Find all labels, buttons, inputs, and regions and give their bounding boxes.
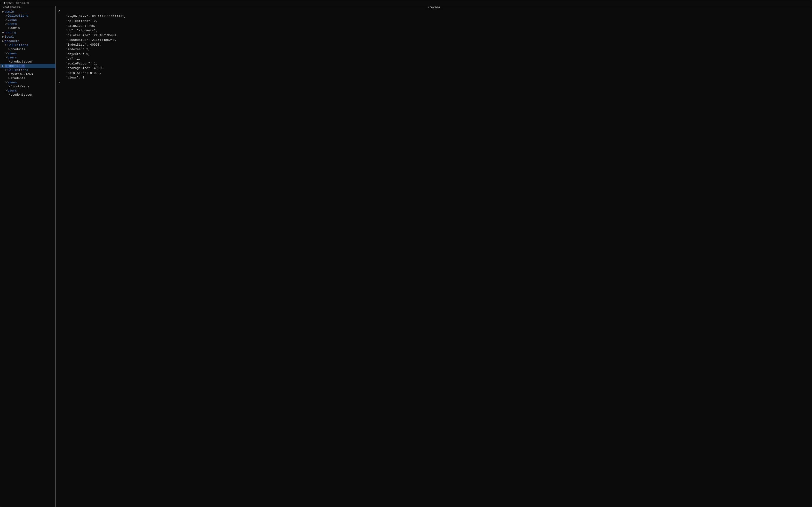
products-collections[interactable]: > Collections — [0, 43, 55, 47]
admin-users[interactable]: > Users — [0, 22, 55, 26]
preview-panel: Preview { "avgObjSize": 83.1111111111111… — [56, 6, 812, 507]
db-products[interactable]: ▶ products — [0, 39, 55, 43]
products-collection-products[interactable]: > products — [0, 47, 55, 51]
sidebar-label: -Databases- — [2, 6, 22, 9]
chevron-icon: > — [5, 44, 7, 47]
chevron-icon: ▶ — [2, 39, 4, 43]
preview-content: { "avgObjSize": 83.11111111111111, "coll… — [58, 9, 809, 85]
students-collection-systemviews-label: system.views — [10, 72, 33, 76]
preview-label: Preview — [426, 6, 441, 9]
students-user-studentsuser[interactable]: > studentsUser — [0, 93, 55, 97]
sidebar: -Databases- ▶ admin > Collections > View… — [0, 6, 56, 507]
sidebar-content: ▶ admin > Collections > Views > Users — [0, 9, 55, 97]
products-user-productsuser-label: productsUser — [10, 60, 33, 63]
admin-collections[interactable]: > Collections — [0, 14, 55, 18]
students-views-label: Views — [7, 80, 17, 84]
input-label: ←Input← — [2, 1, 15, 5]
main-area: -Databases- ▶ admin > Collections > View… — [0, 6, 812, 507]
chevron-icon: > — [5, 52, 7, 55]
products-users[interactable]: > Users — [0, 56, 55, 60]
chevron-icon: > — [5, 14, 7, 18]
admin-collections-label: Collections — [7, 14, 28, 18]
chevron-icon: > — [8, 26, 10, 30]
chevron-icon: > — [8, 72, 10, 76]
students-users[interactable]: > Users — [0, 89, 55, 93]
db-local[interactable]: ▶ local — [0, 35, 55, 39]
students-user-studentsuser-label: studentsUser — [10, 93, 33, 97]
db-config-label: config — [5, 31, 16, 34]
students-collections[interactable]: > Collections — [0, 68, 55, 72]
input-field[interactable] — [16, 1, 810, 5]
db-admin-label: admin — [5, 10, 14, 13]
chevron-icon: > — [8, 76, 10, 80]
admin-views-label: Views — [7, 18, 17, 22]
students-collection-students-label: students — [10, 76, 26, 80]
admin-user-admin[interactable]: > admin — [0, 26, 55, 30]
chevron-icon: > — [8, 93, 10, 97]
app: ←Input← -Databases- ▶ admin > Collection… — [0, 0, 812, 507]
input-bar: ←Input← — [0, 0, 812, 6]
chevron-icon: > — [5, 22, 7, 26]
admin-user-admin-label: admin — [10, 26, 20, 30]
students-users-label: Users — [7, 89, 17, 93]
students-view-firstyears[interactable]: > firstYears — [0, 84, 55, 89]
products-collection-products-label: products — [10, 48, 26, 51]
admin-users-label: Users — [7, 22, 17, 26]
chevron-icon: > — [8, 85, 10, 89]
chevron-icon: > — [5, 68, 7, 72]
db-admin[interactable]: ▶ admin — [0, 9, 55, 14]
db-config[interactable]: ▶ config — [0, 30, 55, 35]
chevron-icon: > — [8, 60, 10, 63]
products-collections-label: Collections — [7, 44, 28, 47]
chevron-icon: > — [5, 80, 7, 84]
db-students[interactable]: ▶ students × — [0, 64, 55, 68]
students-collection-students[interactable]: > students — [0, 76, 55, 80]
chevron-icon: ▶ — [2, 10, 4, 13]
products-views-label: Views — [7, 52, 17, 55]
chevron-icon: > — [5, 56, 7, 59]
chevron-icon: > — [8, 48, 10, 51]
admin-views[interactable]: > Views — [0, 18, 55, 22]
chevron-icon: ▶ — [2, 31, 4, 34]
db-products-label: products — [5, 39, 19, 43]
chevron-icon: ▶ — [2, 64, 4, 68]
chevron-icon: > — [5, 18, 7, 22]
products-user-productsuser[interactable]: > productsUser — [0, 60, 55, 64]
chevron-icon: ▶ — [2, 35, 4, 39]
students-view-firstyears-label: firstYears — [10, 85, 29, 89]
db-students-label: students × — [5, 64, 25, 68]
students-collections-label: Collections — [7, 68, 28, 72]
students-views[interactable]: > Views — [0, 80, 55, 84]
students-collection-systemviews[interactable]: > system.views — [0, 72, 55, 76]
products-users-label: Users — [7, 56, 17, 59]
chevron-icon: > — [5, 89, 7, 93]
db-local-label: local — [5, 35, 14, 39]
products-views[interactable]: > Views — [0, 51, 55, 56]
